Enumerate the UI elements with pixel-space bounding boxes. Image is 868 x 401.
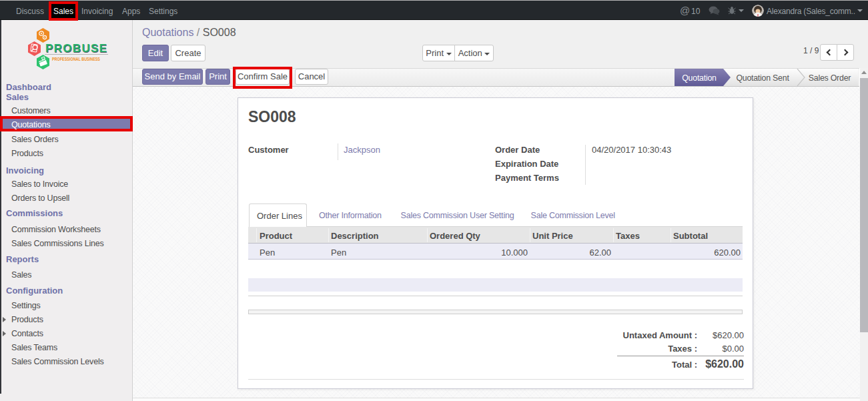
svg-text:Quotation: Quotation	[682, 73, 717, 83]
svg-text:Quotation Sent: Quotation Sent	[736, 73, 789, 83]
svg-text:PROBUSE: PROBUSE	[45, 42, 107, 55]
svg-text:PROFESSIONAL BUSINESS: PROFESSIONAL BUSINESS	[52, 57, 100, 61]
svg-text:Sales Order: Sales Order	[809, 73, 851, 83]
